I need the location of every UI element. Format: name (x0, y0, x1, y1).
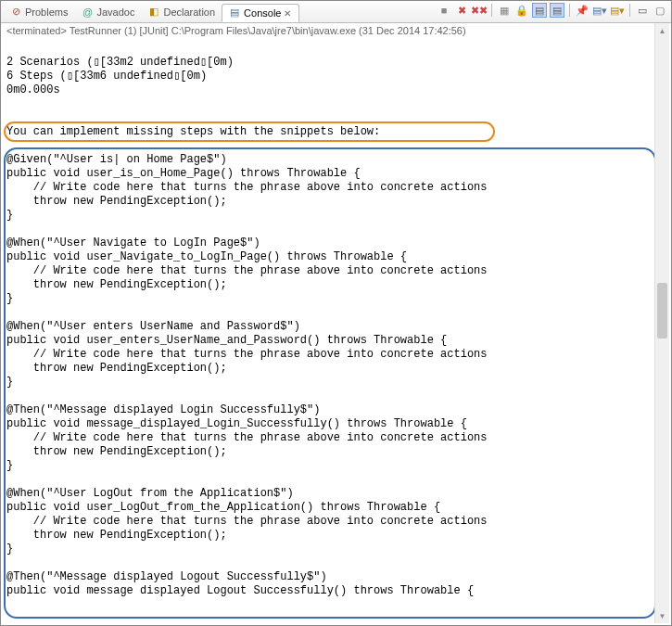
tab-label: Declaration (163, 6, 215, 18)
output-line: 2 Scenarios (▯[33m2 undefined▯[0m) (6, 56, 234, 69)
snippet-line: @Then("^Message displayed Logout Success… (6, 570, 327, 583)
snippet-line: public void user_LogOut_from_the_Applica… (6, 501, 440, 514)
snippet-line: public void message displayed Logout Suc… (6, 584, 474, 597)
snippet-line: throw new PendingException(); (6, 278, 227, 291)
tab-javadoc[interactable]: @ Javadoc (74, 3, 141, 21)
display-selected-console-icon[interactable]: ▤▾ (592, 3, 607, 18)
close-icon[interactable]: ✕ (284, 8, 293, 18)
snippet-line: public void message_displayed_Login_Succ… (6, 417, 467, 430)
snippet-line: @Then("^Message displayed Login Successf… (6, 403, 320, 416)
snippet-line: // Write code here that turns the phrase… (6, 264, 487, 277)
remove-all-icon[interactable]: ✖✖ (472, 3, 487, 18)
snippet-line: // Write code here that turns the phrase… (6, 348, 487, 361)
problems-icon: ⊘ (9, 6, 22, 19)
declaration-icon: ◧ (147, 6, 160, 19)
snippet-line: } (6, 459, 13, 472)
snippet-line: throw new PendingException(); (6, 195, 227, 208)
snippet-line: @When("^User LogOut from the Application… (6, 487, 294, 500)
snippet-line: throw new PendingException(); (6, 529, 227, 542)
terminate-icon[interactable]: ■ (437, 3, 451, 18)
console-output[interactable]: 2 Scenarios (▯[33m2 undefined▯[0m) 6 Ste… (1, 38, 671, 622)
show-console-on-output-icon[interactable]: ▤ (532, 3, 547, 18)
separator (569, 4, 570, 17)
output-line: 6 Steps (▯[33m6 undefined▯[0m) (6, 70, 207, 83)
snippet-line: throw new PendingException(); (6, 362, 227, 375)
snippet-line: } (6, 376, 13, 389)
console-toolbar: ■ ✖ ✖✖ ▦ 🔒 ▤ ▤ 📌 ▤▾ ▤▾ ▭ ▢ (437, 3, 667, 18)
tab-label: Console (244, 7, 281, 19)
snippet-line: @When("^User enters UserName and Passwor… (6, 320, 300, 333)
clear-console-icon[interactable]: ▦ (497, 3, 512, 18)
pin-console-icon[interactable]: 📌 (575, 3, 590, 18)
vertical-scrollbar[interactable]: ▲ ▼ (654, 23, 669, 623)
scroll-lock-icon[interactable]: 🔒 (514, 3, 529, 18)
tab-label: Problems (25, 6, 68, 18)
snippet-line: // Write code here that turns the phrase… (6, 431, 487, 444)
snippet-line: throw new PendingException(); (6, 445, 227, 458)
tab-label: Javadoc (96, 6, 134, 18)
snippet-line: public void user_Navigate_to_LogIn_Page(… (6, 250, 407, 263)
scroll-down-icon[interactable]: ▼ (655, 608, 669, 623)
tab-bar: ⊘ Problems @ Javadoc ◧ Declaration ▤ Con… (1, 1, 671, 23)
snippet-line: } (6, 292, 13, 305)
remove-launch-icon[interactable]: ✖ (454, 3, 469, 18)
snippet-line: } (6, 209, 13, 222)
output-line: 0m0.000s (6, 83, 60, 96)
tab-problems[interactable]: ⊘ Problems (3, 3, 74, 21)
javadoc-icon: @ (81, 6, 94, 19)
separator (629, 4, 630, 17)
scroll-up-icon[interactable]: ▲ (655, 23, 669, 38)
tab-declaration[interactable]: ◧ Declaration (141, 3, 222, 21)
snippet-line: @Given("^User is| on Home Page$") (6, 153, 227, 166)
console-icon: ▤ (228, 6, 241, 19)
snippet-line: } (6, 543, 13, 556)
tab-console[interactable]: ▤ Console ✕ (222, 4, 299, 22)
snippet-line: @When("^User Navigate to LogIn Page$") (6, 236, 260, 249)
snippet-line: // Write code here that turns the phrase… (6, 181, 487, 194)
hint-line: You can implement missing steps with the… (6, 125, 380, 138)
maximize-icon[interactable]: ▢ (653, 3, 667, 18)
snippet-line: // Write code here that turns the phrase… (6, 515, 487, 528)
separator (491, 4, 492, 17)
snippet-line: public void user_enters_UserName_and_Pas… (6, 334, 447, 347)
scroll-thumb[interactable] (657, 283, 667, 339)
minimize-icon[interactable]: ▭ (635, 3, 650, 18)
console-status: <terminated> TestRunner (1) [JUnit] C:\P… (1, 23, 671, 38)
open-console-icon[interactable]: ▤▾ (610, 3, 625, 18)
snippet-line: public void user_is_on_Home_Page() throw… (6, 167, 361, 180)
show-console-on-error-icon[interactable]: ▤ (550, 3, 564, 18)
